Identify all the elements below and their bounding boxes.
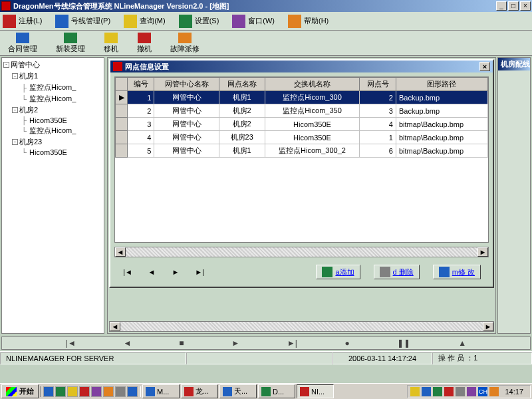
cell[interactable]: 6	[360, 144, 396, 158]
media-prev-button[interactable]: ◄	[124, 338, 132, 348]
close-button[interactable]: ×	[520, 1, 531, 11]
table-row[interactable]: 3网管中心机房2Hicom350E4bitmap\Backup.bmp	[116, 118, 488, 131]
quicklaunch-icon[interactable]	[115, 386, 126, 397]
col-header[interactable]: 网点号	[360, 78, 396, 91]
task-button[interactable]: NI...	[297, 384, 334, 398]
quicklaunch-icon[interactable]	[67, 386, 78, 397]
col-header[interactable]: 网点名称	[219, 78, 265, 91]
cell[interactable]: 4	[360, 118, 396, 131]
cell[interactable]: Backup.bmp	[396, 91, 487, 104]
cell[interactable]: bitmap\Backup.bmp	[396, 118, 487, 131]
tree-leaf[interactable]: ├监控点Hicom_	[3, 82, 102, 93]
modify-button[interactable]: m修 改	[433, 265, 481, 279]
col-header[interactable]: 编号	[128, 78, 154, 91]
tray-icon[interactable]	[433, 387, 442, 396]
cell[interactable]: bitmap\Backup.bmp	[396, 131, 487, 144]
collapse-icon[interactable]: -	[12, 107, 18, 113]
tree-node[interactable]: -机房23	[3, 136, 102, 148]
tool-contract[interactable]: 合同管理	[3, 31, 43, 55]
tree-node[interactable]: -机房1	[3, 70, 102, 82]
task-button[interactable]: M...	[142, 384, 180, 398]
col-header[interactable]: 网管中心名称	[154, 78, 219, 91]
tree-leaf[interactable]: └监控点Hicom_	[3, 93, 102, 104]
cell[interactable]: 监控点Hicom_300	[265, 91, 360, 104]
tool-new-install[interactable]: 新装受理	[51, 31, 90, 55]
table-row[interactable]: 5网管中心机房1监控点Hicom_300_26bitmap\Backup.bmp	[116, 144, 488, 158]
tray-icon[interactable]	[456, 387, 465, 396]
menu-settings[interactable]: 设置(S)	[179, 15, 219, 28]
scroll-left-icon[interactable]: ◄	[110, 322, 120, 331]
nav-prev-button[interactable]: ◄	[146, 268, 157, 276]
maximize-button[interactable]: □	[508, 1, 519, 11]
cell[interactable]: 2	[128, 104, 154, 118]
cell[interactable]: 3	[128, 118, 154, 131]
quicklaunch-icon[interactable]	[55, 386, 66, 397]
quicklaunch-icon[interactable]	[127, 386, 138, 397]
cell[interactable]: 5	[128, 144, 154, 158]
subwindow-close-button[interactable]: ×	[479, 62, 490, 71]
tool-uninstall[interactable]: 撤机	[132, 31, 157, 55]
cell[interactable]: 1	[360, 131, 396, 144]
cell[interactable]: 机房1	[219, 144, 265, 158]
cell[interactable]: 网管中心	[154, 91, 219, 104]
menu-help[interactable]: 帮助(H)	[288, 15, 329, 28]
nav-last-button[interactable]: ►|	[194, 268, 205, 276]
media-record-button[interactable]: ●	[344, 338, 349, 348]
start-button[interactable]: 开始	[1, 384, 39, 398]
tree-leaf[interactable]: └Hicom350E	[3, 148, 102, 157]
scroll-right-icon[interactable]: ►	[483, 322, 493, 331]
menu-register[interactable]: 注册(L)	[3, 15, 42, 28]
media-first-button[interactable]: |◄	[66, 338, 76, 348]
tray-icon[interactable]	[444, 387, 454, 396]
clock[interactable]: 14:17	[501, 388, 527, 396]
menu-window[interactable]: 窗口(W)	[232, 15, 275, 28]
tree-leaf[interactable]: ├Hicom350E	[3, 116, 102, 125]
tool-repair[interactable]: 故障派修	[165, 31, 205, 55]
scroll-track[interactable]	[126, 247, 477, 257]
grid-hscrollbar[interactable]: ◄ ►	[114, 247, 489, 257]
tray-icon[interactable]	[467, 387, 476, 396]
collapse-icon[interactable]: -	[12, 139, 18, 145]
tree-pane[interactable]: -网管中心 -机房1 ├监控点Hicom_ └监控点Hicom_ -机房2 ├H…	[1, 57, 104, 334]
cell[interactable]: 监控点Hicom_350	[265, 104, 360, 118]
cell[interactable]: 网管中心	[154, 131, 219, 144]
cell[interactable]: 1	[128, 91, 154, 104]
menu-query[interactable]: 查询(M)	[124, 15, 166, 28]
collapse-icon[interactable]: -	[3, 62, 9, 68]
media-stop-button[interactable]: ■	[179, 338, 184, 348]
scroll-left-icon[interactable]: ◄	[115, 247, 126, 257]
cell[interactable]: 网管中心	[154, 104, 219, 118]
cell[interactable]: 机房2	[219, 104, 265, 118]
cell[interactable]: 网管中心	[154, 118, 219, 131]
task-button[interactable]: D...	[258, 384, 295, 398]
cell[interactable]: 机房2	[219, 118, 265, 131]
cell[interactable]: bitmap\Backup.bmp	[396, 144, 487, 158]
cell[interactable]: 网管中心	[154, 144, 219, 158]
nav-next-button[interactable]: ►	[170, 268, 181, 276]
cell[interactable]: 2	[360, 91, 396, 104]
input-method-icon[interactable]: CH	[478, 387, 487, 396]
add-button[interactable]: a添加	[316, 265, 360, 279]
scroll-right-icon[interactable]: ►	[477, 247, 488, 257]
nav-first-button[interactable]: |◄	[122, 268, 133, 276]
table-row[interactable]: 2网管中心机房2监控点Hicom_3503Backup.bmp	[116, 104, 488, 118]
data-grid[interactable]: 编号 网管中心名称 网点名称 交换机名称 网点号 图形路径 ▶1网管中心机房1监…	[114, 76, 489, 243]
cell[interactable]: 4	[128, 131, 154, 144]
quicklaunch-icon[interactable]	[103, 386, 114, 397]
cell[interactable]: 监控点Hicom_300_2	[265, 144, 360, 158]
tree-leaf[interactable]: └监控点Hicom_	[3, 125, 102, 136]
quicklaunch-icon[interactable]	[91, 386, 102, 397]
cell[interactable]: 3	[360, 104, 396, 118]
media-eject-button[interactable]: ▲	[458, 338, 466, 348]
col-header[interactable]: 交换机名称	[265, 78, 360, 91]
task-button[interactable]: 天...	[219, 384, 257, 398]
cell[interactable]: 机房23	[219, 131, 265, 144]
tree-root[interactable]: -网管中心	[3, 59, 102, 70]
tray-icon[interactable]	[410, 387, 420, 396]
tray-icon[interactable]	[489, 387, 499, 396]
media-last-button[interactable]: ►|	[287, 338, 297, 348]
minimize-button[interactable]: _	[496, 1, 507, 11]
media-pause-button[interactable]: ❚❚	[397, 338, 410, 348]
quicklaunch-icon[interactable]	[79, 386, 90, 397]
col-header[interactable]: 图形路径	[396, 78, 487, 91]
